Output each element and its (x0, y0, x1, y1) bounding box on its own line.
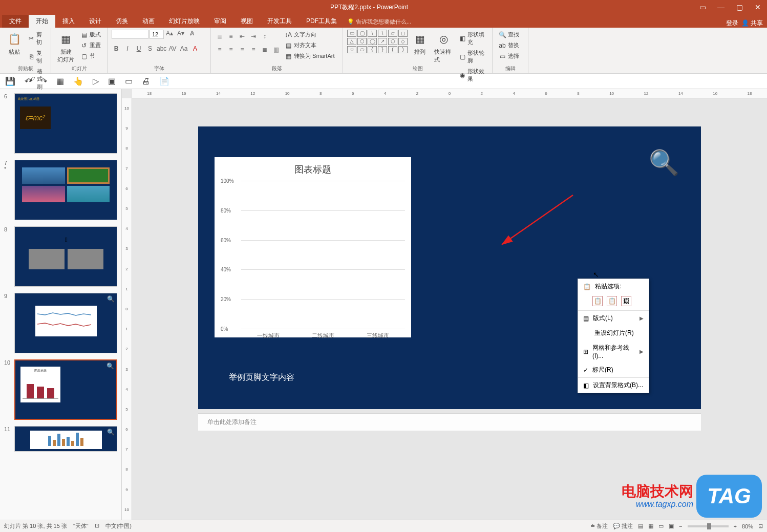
tab-animations[interactable]: 动画 (135, 15, 162, 28)
decrease-indent-button[interactable]: ⇤ (238, 33, 247, 40)
tab-insert[interactable]: 插入 (55, 15, 82, 28)
thumbnail-10[interactable]: 🔍 图表标题 (14, 359, 117, 420)
line-spacing-button[interactable]: ↕ (260, 33, 269, 40)
share-button[interactable]: 👤 共享 (741, 19, 763, 28)
brush-icon: 🖌 (29, 76, 35, 83)
zoom-level[interactable]: 80% (742, 523, 753, 529)
thumbnail-11[interactable]: 🔍 (14, 426, 117, 452)
qat-from-current-icon[interactable]: ▣ (108, 76, 116, 86)
tab-developer[interactable]: 开发工具 (260, 15, 299, 28)
thumbnail-9[interactable]: 🔍 (14, 293, 117, 353)
qat-new-slide-icon[interactable]: ▦ (56, 76, 64, 86)
align-center-button[interactable]: ≡ (226, 46, 236, 53)
reset-button[interactable]: ↺重置 (78, 40, 103, 50)
qat-presenter-icon[interactable]: ▭ (125, 76, 133, 86)
annotation-arrow (498, 193, 575, 247)
justify-button[interactable]: ≡ (249, 46, 258, 53)
tell-me-input[interactable]: 💡 告诉我您想要做什么... (344, 16, 414, 28)
ribbon-options-icon[interactable]: ▭ (695, 3, 710, 11)
font-color-button[interactable]: A (190, 45, 200, 52)
cm-grid[interactable]: ⊞网格和参考线(I)...▶ (578, 341, 649, 363)
notes-pane[interactable]: 单击此处添加备注 (198, 413, 701, 431)
status-language[interactable]: 中文(中国) (105, 522, 132, 530)
cm-ruler[interactable]: ✓标尺(R) (578, 363, 649, 377)
tab-transitions[interactable]: 切换 (109, 15, 135, 28)
align-right-button[interactable]: ≡ (238, 46, 247, 53)
paste-picture-icon[interactable]: 🖼 (621, 296, 631, 306)
quick-styles-button[interactable]: ◎快速样式 (432, 30, 455, 65)
zoom-slider[interactable] (688, 525, 729, 527)
select-button[interactable]: ▭选择 (497, 51, 521, 61)
decrease-font-icon[interactable]: A▾ (176, 30, 185, 39)
new-slide-button[interactable]: ▦ 新建 幻灯片 (55, 30, 76, 65)
tab-design[interactable]: 设计 (82, 15, 109, 28)
thumbnail-6[interactable]: 此处照片的标题 ε=mc² (14, 93, 117, 154)
strike-button[interactable]: S (145, 45, 155, 52)
zoom-in-button[interactable]: + (734, 523, 737, 529)
qat-print-icon[interactable]: 🖨 (142, 77, 150, 86)
paste-button[interactable]: 📋 粘贴 (4, 30, 25, 57)
cm-reset-slide[interactable]: 重设幻灯片(R) (578, 326, 649, 341)
increase-indent-button[interactable]: ⇥ (249, 33, 258, 40)
find-button[interactable]: 🔍查找 (497, 30, 521, 39)
group-label-editing: 编辑 (493, 65, 528, 72)
tab-slideshow[interactable]: 幻灯片放映 (162, 15, 207, 28)
shadow-button[interactable]: abc (157, 45, 166, 52)
thumbnail-panel[interactable]: 6 此处照片的标题 ε=mc² 7* 8 ▯ (0, 89, 122, 520)
login-button[interactable]: 登录 (726, 19, 738, 28)
tab-file[interactable]: 文件 (2, 15, 29, 28)
status-spellcheck-icon[interactable]: ⊡ (95, 522, 99, 530)
shape-fill-button[interactable]: ◧形状填充 (457, 30, 488, 47)
distribute-button[interactable]: ≣ (260, 46, 269, 53)
thumbnail-7[interactable] (14, 160, 117, 220)
clear-format-icon[interactable]: A̷ (187, 30, 197, 39)
numbering-button[interactable]: ≡ (226, 33, 236, 40)
shapes-gallery[interactable]: ▭▢\\▱◻ △⬡◯↗⬠◇ ☆⬭{}() (347, 30, 408, 53)
status-comments[interactable]: 💬 批注 (613, 522, 633, 530)
bullets-button[interactable]: ≣ (215, 33, 224, 40)
tab-pdf[interactable]: PDF工具集 (299, 15, 344, 28)
cm-format-bg[interactable]: ◧设置背景格式(B)... (578, 378, 649, 393)
cut-button[interactable]: ✂剪切 (27, 30, 47, 47)
align-left-button[interactable]: ≡ (215, 46, 224, 53)
paste-dest-theme-icon[interactable]: 📋 (592, 296, 603, 306)
case-button[interactable]: Aa (179, 45, 188, 52)
shape-outline-button[interactable]: ▢形状轮廓 (457, 48, 488, 66)
view-sorter-icon[interactable]: ▦ (648, 523, 653, 529)
increase-font-icon[interactable]: A▴ (165, 30, 174, 39)
align-text-button[interactable]: ▤对齐文本 (283, 40, 336, 50)
view-reading-icon[interactable]: ▭ (658, 523, 664, 529)
replace-button[interactable]: ab替换 (497, 40, 521, 50)
minimize-icon[interactable]: — (714, 3, 728, 11)
italic-button[interactable]: I (123, 45, 132, 52)
close-icon[interactable]: ✕ (751, 3, 765, 11)
zoom-out-button[interactable]: − (679, 523, 682, 529)
bold-button[interactable]: B (112, 45, 121, 52)
view-slideshow-icon[interactable]: ▣ (669, 523, 674, 529)
copy-button[interactable]: ⎘复制 (27, 48, 47, 66)
thumbnail-8[interactable]: ▯ (14, 226, 117, 287)
font-size-input[interactable] (150, 30, 164, 39)
underline-button[interactable]: U (134, 45, 143, 52)
text-direction-button[interactable]: ↕A文字方向 (283, 30, 336, 39)
qat-file-icon[interactable]: 📄 (159, 76, 169, 86)
fit-window-icon[interactable]: ⊡ (758, 523, 763, 529)
tab-home[interactable]: 开始 (29, 15, 55, 28)
tab-review[interactable]: 审阅 (207, 15, 233, 28)
section-button[interactable]: ▢节 (78, 51, 103, 61)
cm-layout[interactable]: ▤版式(L)▶ (578, 311, 649, 326)
font-name-input[interactable] (112, 30, 148, 39)
columns-button[interactable]: ▥ (271, 46, 281, 53)
layout-button[interactable]: ▤版式 (78, 30, 103, 39)
tab-view[interactable]: 视图 (233, 15, 260, 28)
smartart-button[interactable]: ▦转换为 SmartArt (283, 51, 336, 61)
paste-keep-source-icon[interactable]: 📋 (607, 296, 617, 306)
status-notes[interactable]: ≐ 备注 (590, 522, 608, 530)
qat-start-icon[interactable]: ▷ (93, 76, 99, 86)
view-normal-icon[interactable]: ▤ (638, 523, 643, 529)
chart-object[interactable]: 图表标题 0%20%40%60%80%100%一线城市二线城市三线城市 (215, 157, 411, 337)
maximize-icon[interactable]: ▢ (732, 3, 747, 11)
arrange-button[interactable]: ▦排列 (410, 30, 430, 57)
qat-touch-icon[interactable]: 👆 (73, 76, 83, 86)
spacing-button[interactable]: AV (168, 45, 177, 52)
